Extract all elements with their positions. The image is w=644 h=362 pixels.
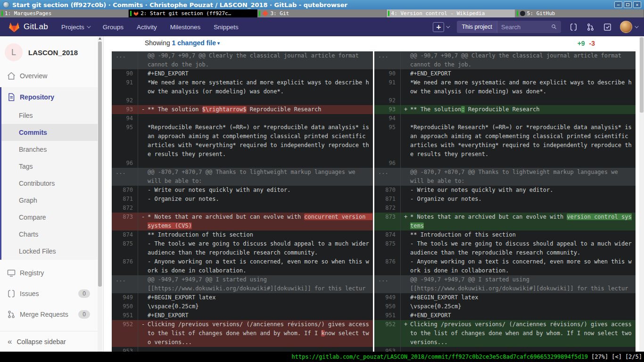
tab-label: 2: Start git section (ff927c… [140,10,231,16]
tab-2[interactable]: 2: Start git section (ff927c… [129,9,257,17]
line-number[interactable]: 96 [112,159,138,168]
line-number[interactable]: 95 [112,123,138,159]
merge-request-icon [7,310,16,319]
sidebar-item-contributors[interactable]: Contributors [1,175,98,192]
line-number[interactable]: 872 [112,204,138,213]
diff-row: 95*Reproducible Research* (=RR=) or *rep… [112,123,636,159]
line-number[interactable]: 872 [374,204,401,213]
sidebar-item-files[interactable]: Files [1,107,98,124]
line-number[interactable]: 870 [112,186,138,195]
window-titlebar: Start git section (ff927c0b) · Commits ·… [0,0,644,9]
line-number[interactable]: 953 [112,347,138,352]
changed-files-dropdown[interactable]: 1 changed file▾ [172,39,220,47]
line-number[interactable]: 876 [112,257,138,275]
line-number[interactable]: 91 [112,78,138,96]
diff-row: 870- Write our notes quickly with any ed… [112,186,636,195]
tab-5[interactable]: 5: GitHub [515,9,644,17]
collapse-sidebar-button[interactable]: « Collapse sidebar [0,331,98,352]
line-number[interactable]: 95 [374,123,401,159]
line-number[interactable]: 871 [112,195,138,204]
page-scrollbar[interactable] [639,36,644,352]
sidebar-item-overview[interactable]: Overview [0,66,98,85]
sidebar-scrollbar-thumb[interactable] [98,41,102,287]
line-number[interactable]: 873 [112,213,138,230]
line-number[interactable]: 870 [374,186,401,195]
line-number[interactable]: 93 [112,105,138,114]
sidebar-item-compare[interactable]: Compare [1,209,98,226]
tab-indicator [130,11,132,16]
nav-item-milestones[interactable]: Milestones [170,24,201,31]
search-scope-chip[interactable]: This project [457,21,497,33]
line-number[interactable]: 952 [374,320,401,347]
diff-row: 872872 [112,204,636,213]
todos-icon[interactable] [603,23,612,32]
issues-icon[interactable] [569,23,578,32]
line-number[interactable]: 950 [374,302,401,311]
sidebar-item-locked-files[interactable]: Locked Files [1,243,98,260]
diff-stats-header: Showing 1 changed file▾ [145,39,220,47]
sidebar-item-merge-requests[interactable]: Merge Requests 0 [0,305,98,324]
nav-item-snippets[interactable]: Snippets [214,24,239,31]
line-number[interactable]: 875 [374,239,401,257]
line-number[interactable]: 92 [374,96,401,105]
line-number[interactable]: 871 [374,195,401,204]
line-number[interactable]: 949 [374,293,401,302]
line-number[interactable]: 950 [112,302,138,311]
maximize-button[interactable] [624,1,632,8]
line-number[interactable]: 90 [112,69,138,78]
code-line: - Organize our notes. [138,195,373,204]
sidebar-item-branches[interactable]: Branches [1,141,98,158]
line-number[interactable]: 951 [374,311,401,320]
line-number[interactable]: 953 [374,347,401,352]
statusbar: https://gitlab.com/c_pouzat/LASCON_2018/… [0,352,644,362]
close-button[interactable]: ✕ [633,1,641,8]
gitlab-home-link[interactable]: GitLab [8,22,48,33]
diff-row: 950\vspace{0.25cm}950\vspace{0.25cm} [112,302,636,311]
line-number[interactable]: 91 [374,78,401,96]
tab-4[interactable]: 4: Version control - Wikipedia [387,9,515,17]
tab-3[interactable]: 3: Git [257,9,386,17]
tab-counter: [2/5] [625,354,642,360]
sidebar-item-charts[interactable]: Charts [1,226,98,243]
line-number[interactable]: 875 [112,239,138,257]
deletions-count: -3 [589,40,595,47]
line-number[interactable]: 90 [374,69,401,78]
line-number[interactable]: 949 [112,293,138,302]
hunk-ellipsis: ... [112,168,138,186]
line-number[interactable]: 92 [112,96,138,105]
line-number[interactable]: 951 [112,311,138,320]
diff-row: 871- Organize our notes.871- Organize ou… [112,195,636,204]
line-number[interactable]: 93 [374,105,401,114]
line-number[interactable]: 94 [112,114,138,123]
sidebar-item-registry[interactable]: Registry [0,263,98,282]
code-line: *Reproducible Research* (=RR=) or *repro… [401,123,636,159]
new-menu-button[interactable]: + [433,22,449,32]
user-menu[interactable] [620,21,637,33]
line-number[interactable]: 94 [374,114,401,123]
sidebar-item-repository[interactable]: Repository [1,87,98,107]
sidebar-item-graph[interactable]: Graph [1,192,98,209]
line-number[interactable]: 873 [374,213,401,230]
diff-sign: + [404,320,407,329]
sidebar-item-tags[interactable]: Tags [1,158,98,175]
line-number[interactable]: 876 [374,257,401,275]
line-number[interactable]: 952 [112,320,138,347]
code-line: +Clicking /previous versions/ (/ancienne… [401,320,636,347]
sidebar-item-commits[interactable]: Commits [1,124,98,141]
search-input[interactable] [501,24,551,31]
nav-item-groups[interactable]: Groups [103,24,124,31]
minimize-button[interactable]: – [614,1,622,8]
project-link[interactable]: L LASCON_2018 [5,41,78,64]
scroll-up-arrow-icon [99,37,101,40]
line-number[interactable]: 874 [112,230,138,239]
sidebar-item-issues[interactable]: Issues 0 [0,284,98,303]
page-scrollbar-thumb[interactable] [640,37,644,113]
sidebar-scrollbar[interactable] [98,36,102,352]
changed-text-highlight: k [321,330,324,337]
tab-1[interactable]: 1: MarquesPages [0,9,129,17]
nav-item-projects[interactable]: Projects [61,24,90,31]
merge-requests-icon[interactable] [586,23,595,32]
line-number[interactable]: 96 [374,159,401,168]
line-number[interactable]: 874 [374,230,401,239]
nav-item-activity[interactable]: Activity [137,24,157,31]
